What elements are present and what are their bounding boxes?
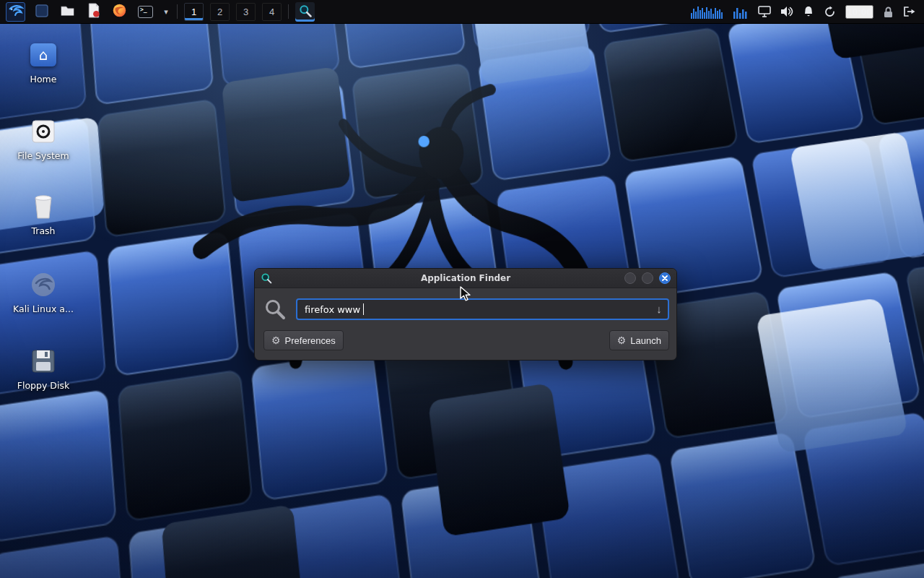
titlebar[interactable]: Application Finder — [255, 269, 676, 288]
folder-icon — [60, 3, 75, 20]
firefox-icon — [112, 3, 127, 20]
launcher-file-manager[interactable] — [58, 2, 77, 22]
logout-icon[interactable] — [903, 6, 915, 17]
volume-icon[interactable] — [780, 6, 793, 17]
trash-icon — [27, 192, 59, 221]
desktop-icon-home[interactable]: ⌂ Home — [9, 40, 78, 85]
panel-right-group: 10:00 — [690, 0, 918, 23]
lock-screen-icon[interactable] — [883, 6, 894, 18]
workspace-4[interactable]: 4 — [262, 3, 282, 21]
home-icon: ⌂ — [27, 40, 59, 69]
cpu-graph-icon[interactable] — [690, 4, 723, 19]
file-system-icon — [27, 117, 59, 146]
launcher-firefox[interactable] — [110, 2, 129, 22]
document-icon — [87, 3, 101, 20]
kali-menu-button[interactable] — [6, 2, 25, 22]
desktop-icon-file-system[interactable]: File System — [9, 117, 78, 161]
desktop-icon-floppy-disk[interactable]: Floppy Disk — [9, 347, 78, 391]
gear-icon: ⚙ — [271, 335, 281, 345]
app-finder-window-icon — [261, 272, 272, 284]
mouse-cursor — [459, 286, 474, 305]
notification-bell-icon[interactable] — [803, 6, 814, 18]
top-panel: >_ ▾ 1 2 3 4 — [0, 0, 924, 24]
launch-label: Launch — [630, 335, 661, 346]
desktop-icon-label: File System — [9, 150, 78, 161]
desktop-icon-label: Floppy Disk — [9, 380, 78, 391]
app-finder-icon — [298, 4, 313, 20]
close-icon — [662, 275, 668, 281]
taskbar-app-finder-button[interactable] — [295, 2, 315, 22]
desktop-icon-label: Home — [9, 74, 78, 85]
preferences-label: Preferences — [285, 335, 336, 346]
network-graph-icon[interactable] — [733, 4, 749, 19]
launcher-window[interactable] — [32, 2, 51, 22]
terminal-icon: >_ — [138, 6, 153, 18]
kali-logo-icon — [8, 3, 24, 21]
minimize-button[interactable] — [624, 272, 636, 284]
search-input[interactable] — [296, 298, 669, 320]
search-entry[interactable]: ↓ — [296, 298, 669, 320]
dropdown-arrow-icon[interactable]: ↓ — [651, 301, 667, 318]
close-button[interactable] — [659, 272, 671, 284]
workspace-3[interactable]: 3 — [236, 3, 256, 21]
terminal-dropdown-chevron-icon[interactable]: ▾ — [162, 2, 170, 22]
desktop-icon-trash[interactable]: Trash — [9, 192, 78, 236]
clock[interactable]: 10:00 — [845, 5, 873, 19]
text-caret — [363, 303, 364, 315]
application-finder-window: Application Finder — [254, 268, 677, 361]
kali-desktop: >_ ▾ 1 2 3 4 — [0, 0, 924, 578]
panel-separator — [288, 4, 289, 19]
launcher-terminal[interactable]: >_ — [136, 2, 155, 22]
search-icon — [263, 298, 287, 321]
window-controls — [624, 272, 671, 284]
workspace-2[interactable]: 2 — [210, 3, 230, 21]
floppy-disk-icon — [27, 347, 59, 376]
desktop-icon-label: Kali Linux a... — [9, 303, 78, 314]
window-icon — [35, 4, 49, 20]
maximize-button[interactable] — [642, 272, 653, 284]
preferences-button[interactable]: ⚙ Preferences — [263, 330, 344, 350]
kali-installer-icon — [27, 270, 59, 299]
desktop-icon-label: Trash — [9, 225, 78, 236]
launcher-text-editor[interactable] — [84, 2, 103, 22]
display-icon[interactable] — [758, 6, 771, 17]
launch-button[interactable]: ⚙ Launch — [609, 330, 669, 350]
panel-separator — [177, 4, 178, 19]
panel-left-group: >_ ▾ 1 2 3 4 — [6, 0, 315, 23]
updates-icon[interactable] — [824, 6, 836, 18]
run-icon: ⚙ — [617, 335, 627, 345]
workspace-1[interactable]: 1 — [184, 3, 204, 21]
window-title: Application Finder — [255, 273, 676, 283]
desktop-icon-kali-installer[interactable]: Kali Linux a... — [9, 270, 78, 314]
